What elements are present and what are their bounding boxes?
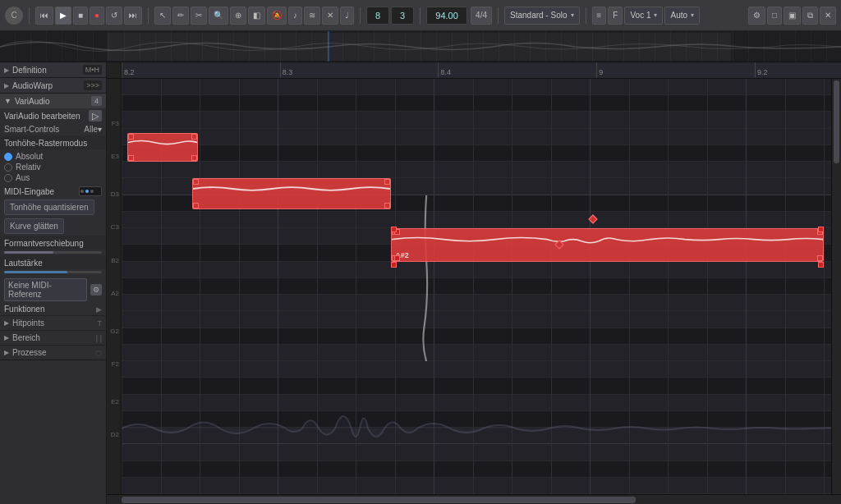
radio-relativ-circle xyxy=(4,163,12,172)
horizontal-scrollbar[interactable] xyxy=(107,494,841,504)
quantize-sub[interactable]: 3 xyxy=(391,7,414,25)
tool-chord[interactable]: ♪ xyxy=(288,7,302,25)
ruler-tick-92: 9.2 xyxy=(755,62,768,78)
voice-controls: ≡ F Voc 1 Auto xyxy=(592,7,701,25)
bereich-label: Bereich xyxy=(12,333,93,342)
funktionen-arrow: ▶ xyxy=(96,305,102,314)
tool-draw[interactable]: ✏ xyxy=(172,7,189,25)
settings-button[interactable]: ⚙ xyxy=(748,7,765,25)
quantize-value[interactable]: 8 xyxy=(366,7,389,25)
tool-erase[interactable]: ✂ xyxy=(191,7,207,25)
handle-1-tr[interactable] xyxy=(191,134,197,140)
handle-2-br[interactable] xyxy=(384,203,390,208)
prozesse-header[interactable]: ▶ Prozesse ◌ xyxy=(0,346,106,360)
audiowarp-section: ▶ AudioWarp >>> xyxy=(0,78,106,94)
midi-row: MIDI-Eingabe xyxy=(0,185,106,198)
tool-note[interactable]: ♩ xyxy=(340,7,354,25)
vertical-scrollbar[interactable] xyxy=(831,79,841,494)
scroll-thumb-h[interactable] xyxy=(122,497,636,503)
handle-1-tl[interactable] xyxy=(128,134,134,140)
tool-glue[interactable]: ◧ xyxy=(248,7,265,25)
tool-split[interactable]: ⊕ xyxy=(230,7,246,25)
no-midi-settings-icon[interactable]: ⚙ xyxy=(90,284,102,296)
row-gs2 xyxy=(122,278,831,295)
play-button[interactable]: ▶ xyxy=(55,7,71,25)
tool-vel[interactable]: ≋ xyxy=(304,7,320,25)
cycle-button[interactable]: ↺ xyxy=(106,7,122,25)
marker-right-top[interactable] xyxy=(818,227,824,232)
quantize-pitch-btn[interactable]: Tonhöhe quantisieren xyxy=(4,199,94,215)
variaudio-number: 4 xyxy=(91,96,102,106)
tempo-display[interactable]: 94.00 xyxy=(426,7,467,25)
handle-2-bl[interactable] xyxy=(193,203,199,208)
radio-absolut-label: Absolut xyxy=(16,152,43,161)
window-button1[interactable]: □ xyxy=(767,7,782,25)
voice-button[interactable]: ≡ xyxy=(592,7,607,25)
funktionen-row: Funktionen ▶ xyxy=(0,303,106,315)
prozesse-section: ▶ Prozesse ◌ xyxy=(0,345,106,360)
close-button[interactable]: ✕ xyxy=(820,7,836,25)
sep1 xyxy=(29,7,30,24)
marker-left-top[interactable] xyxy=(391,227,397,232)
handle-3-mid2[interactable] xyxy=(394,255,400,261)
auto-dropdown[interactable]: Auto xyxy=(664,7,700,25)
handle-1-bl[interactable] xyxy=(128,155,134,161)
definition-arrow: ▶ xyxy=(4,66,9,74)
note-f3: F3 xyxy=(112,121,119,127)
marker-left-bottom[interactable] xyxy=(391,262,397,268)
bereich-header[interactable]: ▶ Bereich | | xyxy=(0,331,106,345)
window-button2[interactable]: ▣ xyxy=(784,7,801,25)
ruler-area: 8.2 8.3 8.4 9 9.2 xyxy=(122,62,841,78)
tool-select[interactable]: ↖ xyxy=(154,7,171,25)
note-e3: E3 xyxy=(111,153,119,160)
pitch-grid[interactable]: A#2 xyxy=(122,79,831,494)
sep3 xyxy=(360,7,361,24)
forward-button[interactable]: ⏭ xyxy=(124,7,142,25)
smart-controls-all[interactable]: Alle▾ xyxy=(84,125,102,134)
voice-dropdown[interactable]: Voc 1 xyxy=(624,7,663,25)
smooth-curve-btn[interactable]: Kurve glätten xyxy=(4,218,64,234)
stop-button[interactable]: ■ xyxy=(73,7,88,25)
ruler-piano-spacer xyxy=(107,62,122,78)
definition-header[interactable]: ▶ Definition M•H xyxy=(0,62,106,77)
pitch-block-1[interactable] xyxy=(127,133,198,162)
marker-right-bottom[interactable] xyxy=(818,262,824,268)
edit-row: VariAudio bearbeiten ▷ xyxy=(0,108,106,123)
waveform-overview[interactable] xyxy=(0,31,841,62)
audiowarp-header[interactable]: ▶ AudioWarp >>> xyxy=(0,78,106,93)
midi-dot1 xyxy=(80,190,84,193)
midi-label: MIDI-Eingabe xyxy=(4,187,54,196)
formant-slider[interactable] xyxy=(4,251,102,254)
scroll-thumb-v[interactable] xyxy=(834,80,839,163)
handle-2-tl[interactable] xyxy=(193,179,199,185)
volume-slider[interactable] xyxy=(4,271,102,273)
radio-aus[interactable]: Aus xyxy=(4,172,102,183)
pitch-block-2[interactable] xyxy=(192,178,391,209)
tool-mute[interactable]: 🔕 xyxy=(267,7,287,25)
row-a2 xyxy=(122,262,831,278)
content-row: F3 E3 D3 C3 B2 A2 G2 F2 E2 D2 xyxy=(107,79,841,494)
app-logo: C xyxy=(5,7,23,25)
radio-absolut[interactable]: Absolut xyxy=(4,151,102,162)
tool-zoom[interactable]: 🔍 xyxy=(209,7,228,25)
hitpoints-section: ▶ Hitpoints T xyxy=(0,315,106,330)
row-f3 xyxy=(122,79,831,95)
no-midi-row: Keine MIDI-Referenz ⚙ xyxy=(0,277,106,303)
voice-mute[interactable]: F xyxy=(608,7,623,25)
record-button[interactable]: ● xyxy=(90,7,104,25)
window-button3[interactable]: ⧉ xyxy=(802,7,818,25)
row-g2 xyxy=(122,295,831,311)
handle-3-br[interactable] xyxy=(817,255,823,261)
no-midi-btn[interactable]: Keine MIDI-Referenz xyxy=(4,278,87,301)
chord-mode-dropdown[interactable]: Standard - Solo xyxy=(504,7,580,25)
handle-2-tr[interactable] xyxy=(384,179,390,185)
pitch-block-3[interactable]: A#2 xyxy=(391,228,824,261)
time-sig-display[interactable]: 4/4 xyxy=(471,7,492,25)
rewind-button[interactable]: ⏮ xyxy=(35,7,53,25)
handle-1-br[interactable] xyxy=(191,155,197,161)
tool-x[interactable]: ✕ xyxy=(322,7,338,25)
radio-aus-label: Aus xyxy=(16,173,30,182)
hitpoints-header[interactable]: ▶ Hitpoints T xyxy=(0,316,106,330)
edit-icon-btn[interactable]: ▷ xyxy=(89,110,102,121)
radio-relativ[interactable]: Relativ xyxy=(4,162,102,172)
